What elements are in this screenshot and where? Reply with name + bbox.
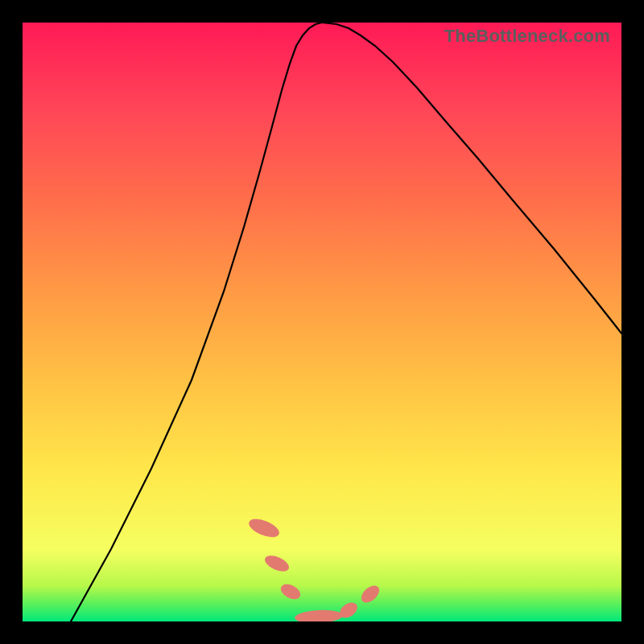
chart-svg (23, 23, 621, 621)
plot-area: TheBottleneck.com (23, 23, 621, 621)
left-curve (71, 23, 322, 621)
bead-2 (279, 581, 303, 602)
bead-group (246, 515, 382, 621)
bead-1 (262, 552, 291, 575)
bead-3 (295, 609, 344, 621)
bead-5 (358, 582, 382, 605)
bead-0 (246, 515, 282, 541)
chart-frame: TheBottleneck.com (0, 0, 644, 644)
right-curve (322, 23, 621, 333)
